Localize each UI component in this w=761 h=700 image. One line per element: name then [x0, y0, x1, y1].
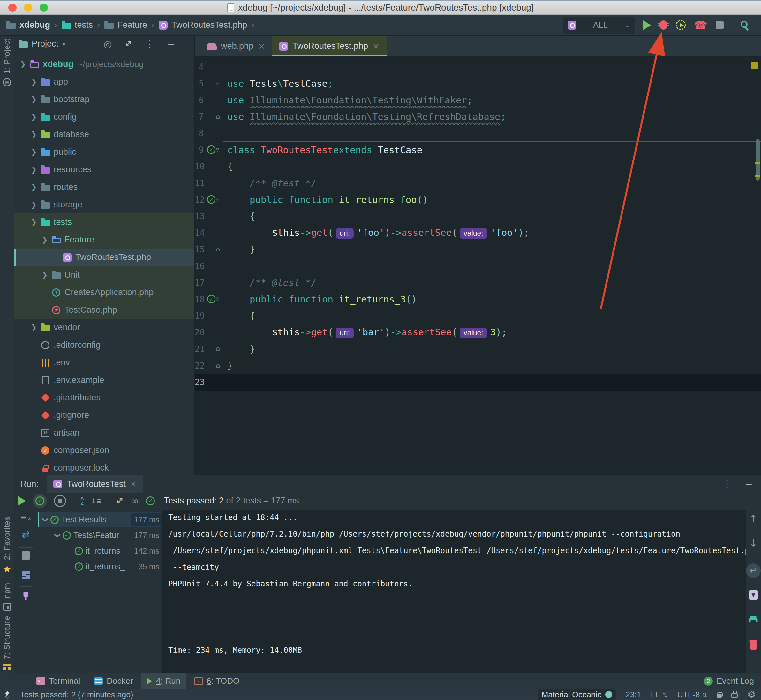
fold-marker-icon[interactable]: ▿ [216, 295, 219, 303]
zoom-window-button[interactable] [39, 3, 48, 12]
close-icon[interactable]: × [258, 41, 265, 51]
test-passed-gutter-icon[interactable]: ✓ [207, 145, 216, 154]
chevron-open-icon[interactable]: ❯ [29, 218, 39, 226]
project-tree-item-bootstrap[interactable]: ❯bootstrap [14, 91, 194, 108]
sort-by-duration-icon[interactable]: ↓≡ [91, 497, 102, 505]
lock-icon[interactable] [717, 694, 722, 698]
line-number[interactable]: 4 [195, 62, 206, 72]
stop-listening-phone-icon[interactable]: ☎ [694, 20, 707, 31]
project-tree-item-Feature[interactable]: ❯Feature [14, 231, 194, 248]
sidebar-item-project[interactable]: 1: Project M [0, 38, 14, 86]
line-number[interactable]: 8 [195, 128, 206, 138]
hide-panel-icon[interactable]: − [745, 479, 753, 489]
code-line-20[interactable]: 20$this->get(uri:'bar')->assertSee(value… [195, 324, 761, 341]
collapse-all-icon[interactable]: ↕ [122, 38, 134, 50]
project-tree-item-.gitattributes[interactable]: .gitattributes [14, 389, 194, 406]
chevron-closed-icon[interactable]: ❯ [29, 130, 39, 139]
gear-icon[interactable]: ⚙ [747, 690, 756, 699]
project-tree-item-.editorconfig[interactable]: .editorconfig [14, 336, 194, 354]
line-number[interactable]: 20 [195, 328, 206, 337]
caret-position[interactable]: 23:1 [626, 690, 641, 699]
fold-marker-icon[interactable]: ⌂ [216, 245, 220, 253]
close-icon[interactable]: × [373, 41, 379, 51]
chevron-closed-icon[interactable]: ❯ [29, 78, 39, 86]
project-tree-item-.gitignore[interactable]: .gitignore [14, 406, 194, 424]
breadcrumb-xdebug[interactable]: xdebug [19, 20, 50, 30]
line-number[interactable]: 14 [195, 228, 206, 238]
event-log-button[interactable]: 2 Event Log [704, 676, 761, 686]
toolwindow-run[interactable]: 4: Run [141, 673, 186, 689]
line-number[interactable]: 23 [195, 377, 206, 387]
chevron-open-icon[interactable]: ❯ [41, 516, 50, 523]
code-line-14[interactable]: 14$this->get(uri:'foo')->assertSee(value… [195, 225, 761, 241]
code-line-5[interactable]: 5▿use Tests\TestCase; [195, 75, 761, 92]
line-number[interactable]: 6 [195, 95, 206, 105]
line-number[interactable]: 21 [195, 344, 206, 354]
test-console[interactable]: Testing started at 18:44 .../usr/local/C… [163, 510, 746, 673]
chevron-open-icon[interactable]: ❯ [18, 60, 28, 68]
code-line-17[interactable]: 17/** @test */ [195, 274, 761, 291]
chevron-closed-icon[interactable]: ❯ [29, 148, 39, 156]
line-number[interactable]: 18 [195, 294, 206, 304]
run-configuration-select[interactable]: ALL ⌄ [563, 17, 635, 34]
warning-stripe-mark[interactable] [755, 175, 760, 177]
stop-process-button[interactable] [54, 495, 66, 507]
project-tree-item-TestCase.php[interactable]: ★TestCase.php [14, 301, 194, 319]
breadcrumb-Feature[interactable]: Feature [117, 20, 147, 30]
line-number[interactable]: 19 [195, 311, 206, 321]
chevron-closed-icon[interactable]: ❯ [29, 183, 39, 191]
sidebar-item-structure[interactable]: 7: Structure [0, 616, 14, 670]
run-button[interactable] [643, 20, 651, 30]
locate-file-icon[interactable]: ◎ [103, 39, 112, 49]
line-number[interactable]: 5 [195, 79, 206, 88]
breadcrumb-tests[interactable]: tests [75, 20, 93, 30]
line-number[interactable]: 10 [195, 162, 206, 171]
run-tab[interactable]: TwoRoutesTest × [47, 475, 143, 493]
project-tree-item-.env[interactable]: .env [14, 354, 194, 371]
chevron-closed-icon[interactable]: ❯ [29, 95, 39, 103]
test-passed-gutter-icon[interactable]: ✓ [207, 195, 216, 204]
fold-marker-icon[interactable]: ▿ [216, 145, 219, 153]
code-line-19[interactable]: 19{ [195, 308, 761, 324]
code-line-13[interactable]: 13{ [195, 208, 761, 225]
theme-indicator[interactable]: Material Oceanic [537, 689, 616, 700]
test-result-Test Results[interactable]: ❯✓Test Results177 ms [38, 512, 163, 527]
code-line-21[interactable]: 21⌂} [195, 341, 761, 357]
test-result-it_returns_[interactable]: ✓it_returns_35 ms [38, 559, 163, 574]
project-tree-item-config[interactable]: ❯config [14, 108, 194, 126]
editor-tab-web.php[interactable]: web.php× [200, 36, 272, 56]
code-line-4[interactable]: 4 [195, 59, 761, 75]
fold-marker-icon[interactable]: ⌂ [216, 361, 220, 369]
fold-marker-icon[interactable]: ⌂ [216, 112, 220, 120]
project-tree-item-tests[interactable]: ❯tests [14, 213, 194, 231]
chevron-open-icon[interactable]: ❯ [53, 531, 63, 539]
code-line-22[interactable]: 22⌂} [195, 357, 761, 374]
chevron-closed-icon[interactable]: ❯ [29, 323, 39, 331]
toolwindow-todo[interactable]: ★ 6: TODO [189, 673, 245, 689]
expand-all-icon[interactable]: ↕ [114, 495, 125, 506]
fold-marker-icon[interactable]: ▿ [216, 195, 219, 203]
sidebar-item-favorites[interactable]: 2: Favorites ★ [0, 516, 14, 574]
suspend-icon[interactable] [22, 551, 30, 559]
code-line-9[interactable]: 9✓▿class TwoRoutesTestextends TestCase [195, 142, 761, 158]
hide-panel-icon[interactable]: − [167, 39, 175, 49]
code-line-6[interactable]: 6use Illuminate\Foundation\Testing\WithF… [195, 92, 761, 108]
line-number[interactable]: 16 [195, 261, 206, 271]
toolwindow-docker[interactable]: Docker [88, 673, 139, 689]
up-arrow-icon[interactable]: ↑ [749, 514, 758, 524]
chevron-open-icon[interactable]: ❯ [39, 236, 50, 244]
project-tree-item-storage[interactable]: ❯storage [14, 196, 194, 213]
line-number[interactable]: 7 [195, 112, 206, 122]
minimize-window-button[interactable] [24, 3, 32, 12]
link-icon[interactable]: ∞ [130, 496, 139, 506]
line-number[interactable]: 12 [195, 195, 206, 205]
debug-button[interactable] [659, 20, 667, 30]
code-line-23[interactable]: 23 [195, 374, 761, 391]
project-tree-item-resources[interactable]: ❯resources [14, 161, 194, 178]
project-tree-item-database[interactable]: ❯database [14, 126, 194, 143]
warning-stripe-mark[interactable] [755, 162, 760, 164]
test-result-it_returns[interactable]: ✓it_returns142 ms [38, 543, 163, 559]
search-everywhere-icon[interactable] [741, 21, 748, 28]
rerun-tests-button[interactable] [18, 496, 26, 506]
code-line-16[interactable]: 16 [195, 258, 761, 274]
